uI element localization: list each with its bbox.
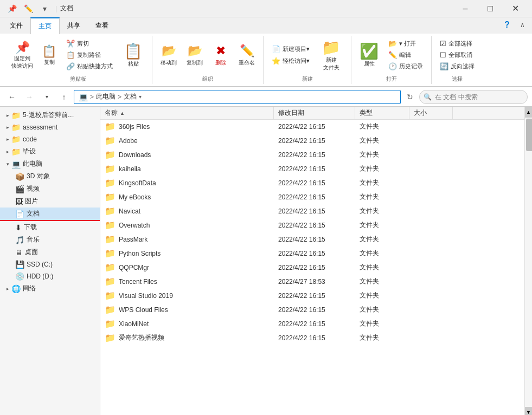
delete-button[interactable]: ✖ 删除 <box>209 40 233 70</box>
copy-button[interactable]: 📋 复制 <box>38 43 60 68</box>
file-size <box>409 210 453 212</box>
sidebar-item-downloads[interactable]: ⬇下载 <box>0 221 100 234</box>
table-row[interactable]: 📁 KingsoftData 2022/4/22 16:15 文件夹 <box>100 176 524 190</box>
file-name: WPS Cloud Files <box>119 306 168 314</box>
folder-icon: 📁 <box>105 164 116 174</box>
paste-shortcut-button[interactable]: 🔗 粘贴快捷方式 <box>62 61 117 72</box>
sidebar-item-label: 网络 <box>23 284 36 293</box>
sidebar-item-label: 下载 <box>24 223 37 232</box>
table-row[interactable]: 📁 PassMark 2022/4/22 16:15 文件夹 <box>100 232 524 247</box>
sidebar-item-3d[interactable]: 📦3D 对象 <box>0 170 100 183</box>
sidebar-item-video[interactable]: 🎬视频 <box>0 183 100 195</box>
table-row[interactable]: 📁 爱奇艺热播视频 2022/4/22 16:15 文件夹 <box>100 331 524 345</box>
new-label: 新建 <box>268 73 347 83</box>
sidebar-item-documents[interactable]: 📄文档 <box>0 208 100 221</box>
history-button[interactable]: 🕐 历史记录 <box>384 61 427 72</box>
table-row[interactable]: 📁 Downloads 2022/4/22 16:15 文件夹 <box>100 148 524 162</box>
forward-button[interactable]: → <box>22 90 37 104</box>
refresh-button[interactable]: ↻ <box>403 90 417 104</box>
table-row[interactable]: 📁 Overwatch 2022/4/22 16:15 文件夹 <box>100 218 524 232</box>
col-header-date[interactable]: 修改日期 <box>274 107 355 119</box>
maximize-button[interactable]: □ <box>478 0 503 17</box>
pin-to-quickaccess-button[interactable]: 📌 固定到 快速访问 <box>9 37 36 73</box>
table-row[interactable]: 📁 Python Scripts 2022/4/22 16:15 文件夹 <box>100 247 524 261</box>
back-button[interactable]: ← <box>4 90 20 104</box>
clipboard-label: 剪贴板 <box>9 73 148 83</box>
sidebar-item-assessment[interactable]: ▸📁assessment <box>0 121 100 133</box>
tab-home[interactable]: 主页 <box>30 17 60 34</box>
qat-pin-button[interactable]: 📌 <box>4 1 20 16</box>
close-button[interactable]: ✕ <box>503 0 528 17</box>
sidebar-item-code[interactable]: ▸📁code <box>0 133 100 145</box>
properties-button[interactable]: ✅ 属性 <box>356 37 382 73</box>
table-row[interactable]: 📁 QQPCMgr 2022/4/22 16:15 文件夹 <box>100 261 524 275</box>
file-date: 2022/4/22 16:15 <box>274 136 355 146</box>
table-row[interactable]: 📁 Adobe 2022/4/22 16:15 文件夹 <box>100 134 524 148</box>
search-input[interactable] <box>419 90 528 104</box>
file-type: 文件夹 <box>355 135 409 146</box>
sidebar-item-hddd[interactable]: 💿HDD (D:) <box>0 270 100 282</box>
table-row[interactable]: 📁 Tencent Files 2022/4/27 18:53 文件夹 <box>100 275 524 289</box>
col-header-size[interactable]: 大小 <box>409 107 453 119</box>
cut-button[interactable]: ✂️ 剪切 <box>62 38 117 49</box>
rename-button[interactable]: ✏️ 重命名 <box>235 40 259 70</box>
open-button[interactable]: 📂 ▾ 打开 <box>384 38 427 49</box>
sidebar-item-pictures[interactable]: 🖼图片 <box>0 195 100 208</box>
folder-icon: 📁 <box>105 121 116 132</box>
up-button[interactable]: ↑ <box>56 90 72 104</box>
table-row[interactable]: 📁 XiaoMiNet 2022/4/22 16:15 文件夹 <box>100 317 524 331</box>
tab-file[interactable]: 文件 <box>2 17 30 34</box>
easy-access-button[interactable]: ⭐ 轻松访问▾ <box>268 56 313 67</box>
table-row[interactable]: 📁 360js Files 2022/4/22 16:15 文件夹 <box>100 120 524 134</box>
recent-locations-button[interactable]: ▾ <box>39 90 54 104</box>
move-to-button[interactable]: 📂 移动到 <box>157 40 181 70</box>
new-item-button[interactable]: 📄 新建项目▾ <box>268 44 313 55</box>
sidebar-item-music[interactable]: 🎵音乐 <box>0 234 100 246</box>
col-header-type[interactable]: 类型 <box>355 107 409 119</box>
table-row[interactable]: 📁 WPS Cloud Files 2022/4/22 16:15 文件夹 <box>100 303 524 317</box>
file-name: KingsoftData <box>119 179 156 187</box>
sidebar-item-desktop[interactable]: 🖥桌面 <box>0 246 100 258</box>
ribbon-group-select: ☑ 全部选择 ☐ 全部取消 🔄 反向选择 选择 <box>432 36 483 84</box>
copy-path-button[interactable]: 📋 复制路径 <box>62 50 117 61</box>
file-name-cell: 📁 PassMark <box>100 233 274 245</box>
sidebar-item-5fanxiao[interactable]: ▸📁5-返校后答辩前… <box>0 109 100 121</box>
paste-button[interactable]: 📋 粘贴 <box>119 41 148 69</box>
table-row[interactable]: 📁 Visual Studio 2019 2022/4/22 16:15 文件夹 <box>100 289 524 303</box>
col-header-name[interactable]: 名称 ▲ <box>100 107 274 119</box>
address-path[interactable]: 💻 > 此电脑 > 文档 ▾ <box>74 90 401 104</box>
new-folder-button[interactable]: 📁 新建 文件夹 <box>316 37 347 73</box>
ribbon-collapse-button[interactable]: ∧ <box>515 17 530 33</box>
edit-button[interactable]: ✏️ 编辑 <box>384 50 427 61</box>
select-none-button[interactable]: ☐ 全部取消 <box>436 50 478 61</box>
sidebar-item-ssdc[interactable]: 💾SSD (C:) <box>0 258 100 270</box>
sidebar-item-thispc[interactable]: ▾💻此电脑 <box>0 158 100 170</box>
select-all-button[interactable]: ☑ 全部选择 <box>436 38 478 49</box>
qat-properties-button[interactable]: ▾ <box>37 1 52 16</box>
folder-icon: 🎬 <box>15 185 24 193</box>
file-area: 名称 ▲ 修改日期 类型 大小 📁 360js Files 2022/4/22 … <box>100 107 524 415</box>
copy-to-button[interactable]: 📂 复制到 <box>183 40 207 70</box>
file-type: 文件夹 <box>355 205 409 217</box>
tab-view[interactable]: 查看 <box>88 17 116 34</box>
tab-share[interactable]: 共享 <box>60 17 88 34</box>
table-row[interactable]: 📁 Navicat 2022/4/22 16:15 文件夹 <box>100 204 524 218</box>
chevron-icon: ▸ <box>7 125 9 130</box>
qat-undo-button[interactable]: ✏️ <box>21 1 36 16</box>
sidebar-item-label: 桌面 <box>25 248 38 257</box>
file-size <box>409 126 453 128</box>
minimize-button[interactable]: – <box>453 0 478 17</box>
ribbon-help-button[interactable]: ? <box>499 17 515 33</box>
folder-icon: 📦 <box>15 172 24 181</box>
sidebar-item-network[interactable]: ▸🌐网络 <box>0 282 100 295</box>
sidebar-item-label: 音乐 <box>27 235 40 244</box>
table-row[interactable]: 📁 kaiheila 2022/4/22 16:15 文件夹 <box>100 162 524 176</box>
file-name: 爱奇艺热播视频 <box>119 333 164 342</box>
file-column-headers: 名称 ▲ 修改日期 类型 大小 <box>100 107 524 120</box>
folder-icon: 💿 <box>15 272 24 281</box>
invert-selection-button[interactable]: 🔄 反向选择 <box>436 61 478 72</box>
vertical-scrollbar[interactable]: ▲ ▼ <box>524 107 532 415</box>
table-row[interactable]: 📁 My eBooks 2022/4/22 16:15 文件夹 <box>100 190 524 204</box>
file-name: QQPCMgr <box>119 264 149 271</box>
sidebar-item-bishe[interactable]: ▸📁毕设 <box>0 145 100 158</box>
